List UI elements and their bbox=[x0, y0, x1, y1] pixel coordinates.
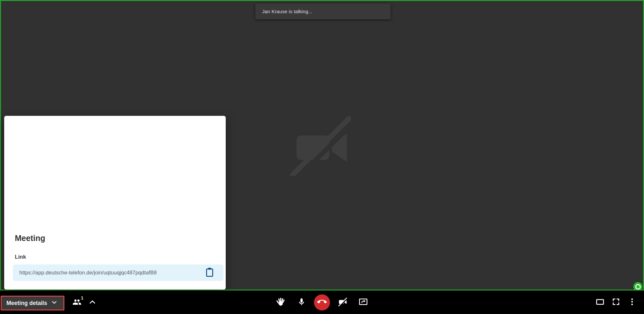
share-screen-button[interactable] bbox=[353, 291, 374, 314]
more-options-button[interactable] bbox=[624, 291, 640, 314]
meeting-details-button[interactable]: Meeting details bbox=[1, 296, 64, 310]
hang-up-circle bbox=[314, 294, 330, 310]
fullscreen-icon bbox=[612, 298, 620, 307]
microphone-icon bbox=[297, 298, 306, 307]
kebab-menu-icon bbox=[628, 298, 636, 307]
hang-up-icon bbox=[317, 297, 327, 308]
share-screen-icon bbox=[359, 297, 368, 307]
connection-indicator-ring bbox=[635, 284, 641, 290]
fullscreen-button[interactable] bbox=[608, 291, 624, 314]
microphone-button[interactable] bbox=[291, 291, 312, 314]
camera-off-watermark-icon bbox=[290, 115, 355, 176]
chevron-up-icon bbox=[88, 298, 97, 307]
meeting-app-screen: Jan Krause is talking... Meeting Link ht… bbox=[0, 0, 644, 314]
camera-toggle-button[interactable] bbox=[332, 291, 353, 314]
speaking-toast: Jan Krause is talking... bbox=[255, 4, 391, 19]
raise-hand-icon bbox=[276, 297, 285, 307]
link-label: Link bbox=[15, 254, 26, 260]
clipboard-icon bbox=[205, 267, 214, 278]
call-controls bbox=[270, 291, 374, 314]
meeting-link-field[interactable]: https://app.deutsche-telefon.de/join/uqt… bbox=[13, 264, 223, 281]
meeting-details-label: Meeting details bbox=[6, 300, 47, 307]
meeting-details-dialog: Meeting Link https://app.deutsche-telefo… bbox=[4, 116, 226, 290]
speaking-toast-text: Jan Krause is talking... bbox=[262, 9, 312, 14]
meeting-link-value[interactable]: https://app.deutsche-telefon.de/join/uqt… bbox=[19, 270, 157, 276]
connection-indicator bbox=[633, 282, 642, 291]
dialog-title: Meeting bbox=[15, 234, 45, 243]
toggle-view-button[interactable] bbox=[592, 291, 608, 314]
copy-link-button[interactable] bbox=[205, 267, 214, 278]
participants-icon bbox=[72, 298, 81, 308]
participants-count-badge: 1 bbox=[81, 295, 83, 300]
video-stage: Jan Krause is talking... Meeting Link ht… bbox=[0, 0, 644, 291]
view-controls bbox=[592, 291, 640, 314]
chevron-down-icon bbox=[51, 299, 58, 308]
raise-hand-button[interactable] bbox=[270, 291, 291, 314]
bottom-toolbar: Meeting details 1 bbox=[0, 291, 644, 314]
camera-off-icon bbox=[338, 297, 347, 308]
filmstrip-view-icon bbox=[596, 298, 604, 307]
participants-button[interactable]: 1 bbox=[70, 295, 84, 310]
hang-up-button[interactable] bbox=[312, 291, 332, 314]
expand-toolbar-button[interactable] bbox=[86, 296, 99, 309]
